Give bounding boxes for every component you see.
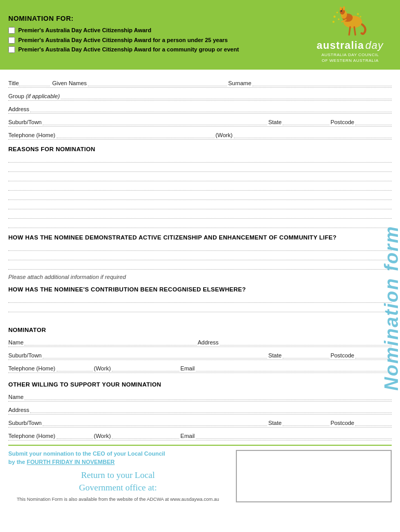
kangaroo-logo-icon — [329, 6, 371, 37]
svg-point-6 — [341, 10, 342, 12]
nominator-phone-row: Telephone (Home) (Work) Email — [8, 361, 392, 373]
other-section: OTHER WILLING TO SUPPORT YOUR NOMINATION… — [8, 381, 392, 441]
other-name-dots — [24, 393, 392, 400]
other-address-row: Address — [8, 403, 392, 415]
community-line-3 — [8, 261, 392, 270]
reasons-lines — [8, 154, 392, 228]
svg-point-12 — [360, 16, 362, 18]
community-section-title: HOW HAS THE NOMINEE DEMONSTRATED ACTIVE … — [8, 234, 392, 241]
svg-point-10 — [332, 21, 335, 23]
address-row: Address — [8, 102, 392, 114]
other-section-title: OTHER WILLING TO SUPPORT YOUR NOMINATION — [8, 381, 392, 388]
nominator-work-dots — [112, 364, 179, 371]
title-dots — [19, 79, 50, 86]
checkbox-label-1: Premier's Australia Day Active Citizensh… — [18, 26, 151, 34]
checkbox-item-1: Premier's Australia Day Active Citizensh… — [8, 26, 303, 34]
nominator-work-label: (Work) — [94, 365, 111, 371]
nominator-postcode-label: Postcode — [330, 352, 354, 358]
reasons-line-2 — [8, 164, 392, 172]
nominator-name-label: Name — [8, 339, 23, 345]
other-email-label: Email — [180, 433, 195, 439]
checkbox-2[interactable] — [8, 37, 15, 44]
nomination-for-title: NOMINATION FOR: — [8, 15, 303, 22]
recognition-lines — [8, 295, 392, 318]
reasons-line-8 — [8, 220, 392, 228]
other-tel-label: Telephone (Home) — [8, 433, 56, 439]
given-names-dots — [88, 79, 227, 86]
svg-point-8 — [337, 12, 338, 14]
recognition-line-2 — [8, 304, 392, 312]
checkbox-label-2: Premier's Australia Day Active Citizensh… — [18, 36, 228, 44]
address-dots — [30, 105, 392, 112]
reasons-line-5 — [8, 192, 392, 200]
logo-day-text: day — [364, 39, 384, 51]
nominator-section: NOMINATOR Name Address Suburb/Town State… — [8, 327, 392, 373]
attach-note: Please attach additional information if … — [8, 274, 392, 280]
given-names-label: Given Names — [52, 80, 87, 86]
title-row: Title Given Names Surname — [8, 75, 392, 88]
other-work-dots — [112, 432, 179, 439]
svg-point-9 — [338, 19, 340, 20]
other-postcode-label: Postcode — [330, 420, 354, 426]
checkbox-label-3: Premier's Australia Day Active Citizensh… — [18, 46, 239, 53]
nominator-suburb-row: Suburb/Town State Postcode — [8, 348, 392, 360]
other-tel-dots — [57, 432, 93, 439]
footer-handwriting: Return to your Local Government office a… — [8, 469, 228, 494]
other-work-label: (Work) — [94, 433, 111, 439]
reasons-line-3 — [8, 173, 392, 181]
postcode-label: Postcode — [330, 119, 354, 125]
checkbox-item-3: Premier's Australia Day Active Citizensh… — [8, 46, 303, 53]
nominator-suburb-label: Suburb/Town — [8, 352, 42, 358]
tel-home-label: Telephone (Home) — [8, 132, 56, 138]
logo-council-text: AUSTRALIA DAY COUNCIL OF WESTERN AUSTRAL… — [309, 52, 392, 63]
nominator-email-label: Email — [180, 365, 195, 371]
other-suburb-label: Suburb/Town — [8, 420, 42, 426]
reasons-line-7 — [8, 210, 392, 219]
community-lines — [8, 243, 392, 270]
checkbox-3[interactable] — [8, 46, 15, 53]
nominator-suburb-dots — [43, 351, 267, 358]
nominator-address-label: Address — [198, 339, 219, 345]
footer-address-box — [236, 450, 392, 502]
footer-area: Submit your nomination to the CEO of you… — [8, 445, 392, 502]
work-label: (Work) — [216, 132, 233, 138]
reasons-line-6 — [8, 201, 392, 209]
reasons-line-4 — [8, 182, 392, 191]
main-content: Nomination form Title Given Names Surnam… — [0, 70, 400, 508]
recognition-spacer — [8, 313, 392, 318]
other-state-label: State — [268, 420, 282, 426]
other-postcode-dots — [355, 419, 392, 426]
logo-text: australia day — [309, 39, 392, 51]
other-address-dots — [30, 406, 392, 413]
other-email-dots — [196, 432, 392, 439]
footer-left: Submit your nomination to the CEO of you… — [8, 450, 232, 502]
postcode-dots — [355, 118, 392, 125]
telephone-row: Telephone (Home) (Work) — [8, 128, 392, 140]
community-line-1 — [8, 243, 392, 251]
suburb-row: Suburb/Town State Postcode — [8, 115, 392, 127]
other-phone-row: Telephone (Home) (Work) Email — [8, 429, 392, 441]
checkbox-1[interactable] — [8, 27, 15, 34]
nominator-address-dots — [220, 338, 392, 345]
other-state-dots — [283, 419, 329, 426]
footer-submit-text: Submit your nomination to the CEO of you… — [8, 450, 228, 466]
nominator-name-row: Name Address — [8, 335, 392, 347]
recognition-line-1 — [8, 295, 392, 303]
side-text: Nomination form — [382, 225, 400, 391]
tel-home-dots — [57, 131, 215, 138]
nominator-name-dots — [24, 338, 196, 345]
state-label: State — [268, 119, 282, 125]
group-row: Group (if applicable) — [8, 89, 392, 101]
tel-work-dots — [234, 131, 392, 138]
checkbox-item-2: Premier's Australia Day Active Citizensh… — [8, 36, 303, 44]
other-name-label: Name — [8, 394, 23, 400]
other-suburb-dots — [43, 419, 267, 426]
nominator-state-label: State — [268, 352, 282, 358]
svg-point-11 — [357, 13, 359, 15]
address-label: Address — [8, 106, 29, 112]
other-suburb-row: Suburb/Town State Postcode — [8, 416, 392, 428]
reasons-section-title: REASONS FOR NOMINATION — [8, 146, 392, 152]
header: NOMINATION FOR: Premier's Australia Day … — [0, 0, 400, 70]
community-line-2 — [8, 252, 392, 260]
reasons-line-1 — [8, 154, 392, 163]
